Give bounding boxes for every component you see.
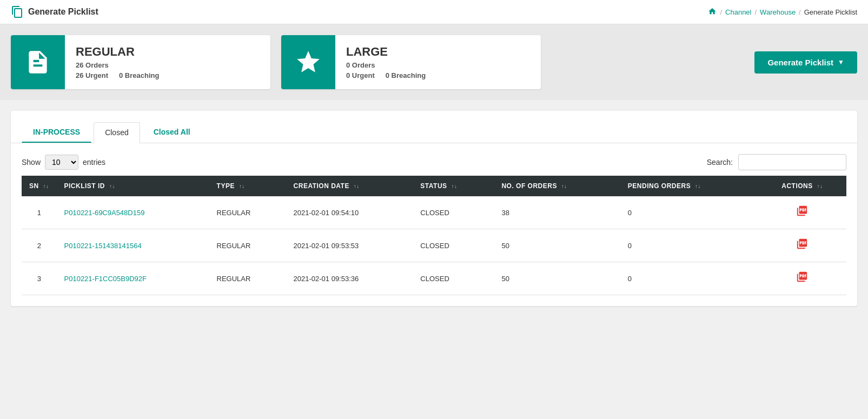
pdf-download-icon[interactable] <box>796 206 808 220</box>
row-3-pending-orders: 0 <box>620 262 758 295</box>
table-body: 1 P010221-69C9A548D159 REGULAR 2021-02-0… <box>22 196 846 295</box>
row-2-pending-orders: 0 <box>620 229 758 262</box>
regular-card-stats: 26 Urgent 0 Breaching <box>76 71 159 79</box>
sort-pending-icon: ↑↓ <box>695 183 701 189</box>
picklist-header-icon <box>11 5 24 18</box>
large-card-stats: 0 Urgent 0 Breaching <box>346 71 426 79</box>
picklist-table: SN ↑↓ PICKLIST ID ↑↓ TYPE ↑↓ CREATION DA… <box>22 176 846 295</box>
row-1-type: REGULAR <box>209 196 286 229</box>
col-pending-orders[interactable]: PENDING ORDERS ↑↓ <box>620 176 758 196</box>
row-2-type: REGULAR <box>209 229 286 262</box>
row-3-sn: 3 <box>22 262 57 295</box>
row-1-picklist-id[interactable]: P010221-69C9A548D159 <box>57 196 209 229</box>
sort-actions-icon: ↑↓ <box>817 183 823 189</box>
col-actions[interactable]: ACTIONS ↑↓ <box>758 176 846 196</box>
header: Generate Picklist / Channel / Warehouse … <box>0 0 868 24</box>
top-section: REGULAR 26 Orders 26 Urgent 0 Breaching … <box>0 24 868 100</box>
search-input[interactable] <box>738 154 846 170</box>
row-2-actions[interactable] <box>758 229 846 262</box>
regular-urgent-count: 26 <box>76 71 83 79</box>
col-creation-date[interactable]: CREATION DATE ↑↓ <box>286 176 413 196</box>
row-2-creation-date: 2021-02-01 09:53:53 <box>286 229 413 262</box>
row-1-pending-orders: 0 <box>620 196 758 229</box>
row-2-sn: 2 <box>22 229 57 262</box>
col-type[interactable]: TYPE ↑↓ <box>209 176 286 196</box>
row-1-actions[interactable] <box>758 196 846 229</box>
breadcrumb-sep-3: / <box>799 8 801 16</box>
breadcrumb-warehouse[interactable]: Warehouse <box>760 8 796 16</box>
col-picklist-id[interactable]: PICKLIST ID ↑↓ <box>57 176 209 196</box>
sort-picklist-icon: ↑↓ <box>109 183 115 189</box>
entries-label: entries <box>83 158 105 167</box>
search-box: Search: <box>707 154 846 170</box>
sort-sn-icon: ↑↓ <box>43 183 49 189</box>
tab-closed-all[interactable]: Closed All <box>142 122 202 143</box>
col-sn[interactable]: SN ↑↓ <box>22 176 57 196</box>
table-controls: Show 10 25 50 100 entries Search: <box>11 143 857 176</box>
tab-in-process[interactable]: IN-PROCESS <box>22 122 91 143</box>
table-header: SN ↑↓ PICKLIST ID ↑↓ TYPE ↑↓ CREATION DA… <box>22 176 846 196</box>
page-title-text: Generate Picklist <box>28 7 98 17</box>
generate-picklist-button[interactable]: Generate Picklist ▼ <box>754 51 857 74</box>
regular-card-orders: 26 Orders <box>76 61 159 69</box>
row-1-status: CLOSED <box>413 196 494 229</box>
col-status[interactable]: STATUS ↑↓ <box>413 176 494 196</box>
col-no-of-orders[interactable]: NO. OF ORDERS ↑↓ <box>494 176 620 196</box>
regular-card-title: REGULAR <box>76 45 159 59</box>
large-card-title: LARGE <box>346 45 426 59</box>
search-label: Search: <box>707 158 733 167</box>
large-card-icon <box>281 35 335 89</box>
sort-type-icon: ↑↓ <box>239 183 245 189</box>
breadcrumb-current: Generate Picklist <box>804 8 857 16</box>
row-1-creation-date: 2021-02-01 09:54:10 <box>286 196 413 229</box>
page-title: Generate Picklist <box>11 5 98 18</box>
tab-closed[interactable]: Closed <box>94 122 140 143</box>
row-3-actions[interactable] <box>758 262 846 295</box>
sort-date-icon: ↑↓ <box>354 183 360 189</box>
row-3-creation-date: 2021-02-01 09:53:36 <box>286 262 413 295</box>
row-2-no-of-orders: 50 <box>494 229 620 262</box>
row-3-type: REGULAR <box>209 262 286 295</box>
entries-select[interactable]: 10 25 50 100 <box>45 155 78 170</box>
large-card-content: LARGE 0 Orders 0 Urgent 0 Breaching <box>335 38 436 86</box>
row-2-status: CLOSED <box>413 229 494 262</box>
regular-card-content: REGULAR 26 Orders 26 Urgent 0 Breaching <box>65 38 170 86</box>
dropdown-arrow-icon: ▼ <box>838 58 844 66</box>
breadcrumb-channel[interactable]: Channel <box>725 8 751 16</box>
tabs-container: IN-PROCESS Closed Closed All <box>11 111 857 143</box>
pdf-download-icon[interactable] <box>796 239 808 252</box>
row-2-picklist-id[interactable]: P010221-151438141564 <box>57 229 209 262</box>
regular-card[interactable]: REGULAR 26 Orders 26 Urgent 0 Breaching <box>11 35 270 89</box>
row-3-no-of-orders: 50 <box>494 262 620 295</box>
home-icon[interactable] <box>708 7 717 17</box>
large-breaching-count: 0 <box>386 71 389 79</box>
breadcrumb: / Channel / Warehouse / Generate Picklis… <box>708 7 857 17</box>
row-3-picklist-id[interactable]: P010221-F1CC05B9D92F <box>57 262 209 295</box>
sort-orders-icon: ↑↓ <box>561 183 567 189</box>
breadcrumb-sep-2: / <box>754 8 757 16</box>
row-3-status: CLOSED <box>413 262 494 295</box>
large-card[interactable]: LARGE 0 Orders 0 Urgent 0 Breaching <box>281 35 541 89</box>
document-icon <box>24 49 51 76</box>
star-icon <box>295 49 322 76</box>
large-card-orders: 0 Orders <box>346 61 426 69</box>
pdf-download-icon[interactable] <box>796 272 808 285</box>
main-content: IN-PROCESS Closed Closed All Show 10 25 … <box>11 111 857 306</box>
row-1-no-of-orders: 38 <box>494 196 620 229</box>
show-label: Show <box>22 158 41 167</box>
sort-status-icon: ↑↓ <box>451 183 457 189</box>
table-row: 1 P010221-69C9A548D159 REGULAR 2021-02-0… <box>22 196 846 229</box>
show-entries-control: Show 10 25 50 100 entries <box>22 155 105 170</box>
generate-picklist-label: Generate Picklist <box>767 58 833 67</box>
regular-breaching-count: 0 <box>119 71 123 79</box>
row-1-sn: 1 <box>22 196 57 229</box>
large-urgent-count: 0 <box>346 71 350 79</box>
breadcrumb-sep-1: / <box>720 8 722 16</box>
table-wrapper: SN ↑↓ PICKLIST ID ↑↓ TYPE ↑↓ CREATION DA… <box>11 176 857 306</box>
regular-card-icon <box>11 35 65 89</box>
table-row: 3 P010221-F1CC05B9D92F REGULAR 2021-02-0… <box>22 262 846 295</box>
table-row: 2 P010221-151438141564 REGULAR 2021-02-0… <box>22 229 846 262</box>
